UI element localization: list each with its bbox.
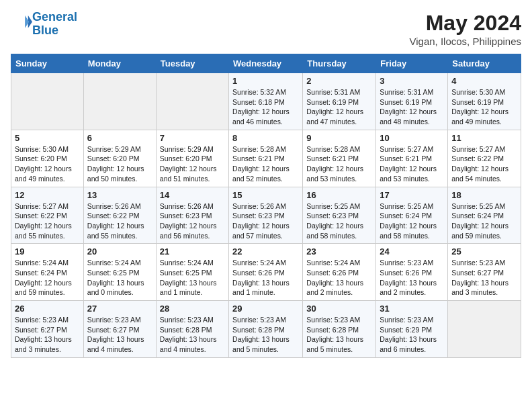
calendar-cell: 31Sunrise: 5:23 AM Sunset: 6:29 PM Dayli… xyxy=(376,301,448,358)
day-number: 19 xyxy=(15,246,80,257)
weekday-header-wednesday: Wednesday xyxy=(229,54,303,73)
day-info: Sunrise: 5:25 AM Sunset: 6:23 PM Dayligh… xyxy=(306,201,372,241)
weekday-header-monday: Monday xyxy=(83,54,156,73)
calendar-week-1: 1Sunrise: 5:32 AM Sunset: 6:18 PM Daylig… xyxy=(11,73,521,130)
day-info: Sunrise: 5:23 AM Sunset: 6:28 PM Dayligh… xyxy=(306,315,372,355)
day-number: 11 xyxy=(451,133,517,143)
calendar-cell: 30Sunrise: 5:23 AM Sunset: 6:28 PM Dayli… xyxy=(303,301,376,358)
calendar-cell xyxy=(83,73,156,130)
weekday-header-thursday: Thursday xyxy=(303,54,376,73)
day-info: Sunrise: 5:26 AM Sunset: 6:22 PM Dayligh… xyxy=(87,201,152,241)
page-header: General Blue May 2024 Vigan, Ilocos, Phi… xyxy=(11,11,521,47)
calendar-cell: 27Sunrise: 5:23 AM Sunset: 6:27 PM Dayli… xyxy=(83,301,156,358)
day-number: 5 xyxy=(15,133,80,143)
day-info: Sunrise: 5:23 AM Sunset: 6:27 PM Dayligh… xyxy=(15,315,80,355)
day-info: Sunrise: 5:28 AM Sunset: 6:21 PM Dayligh… xyxy=(306,144,372,184)
calendar-cell: 12Sunrise: 5:27 AM Sunset: 6:22 PM Dayli… xyxy=(11,187,84,244)
day-info: Sunrise: 5:25 AM Sunset: 6:24 PM Dayligh… xyxy=(451,201,517,241)
day-number: 2 xyxy=(306,76,372,86)
day-info: Sunrise: 5:29 AM Sunset: 6:20 PM Dayligh… xyxy=(87,144,152,184)
calendar-cell: 19Sunrise: 5:24 AM Sunset: 6:24 PM Dayli… xyxy=(11,244,84,301)
day-number: 28 xyxy=(160,304,225,314)
calendar-cell: 13Sunrise: 5:26 AM Sunset: 6:22 PM Dayli… xyxy=(83,187,156,244)
day-info: Sunrise: 5:29 AM Sunset: 6:20 PM Dayligh… xyxy=(160,144,225,184)
calendar-cell: 15Sunrise: 5:26 AM Sunset: 6:23 PM Dayli… xyxy=(229,187,303,244)
calendar-week-3: 12Sunrise: 5:27 AM Sunset: 6:22 PM Dayli… xyxy=(11,187,521,244)
day-info: Sunrise: 5:30 AM Sunset: 6:19 PM Dayligh… xyxy=(451,87,517,127)
calendar-cell: 10Sunrise: 5:27 AM Sunset: 6:21 PM Dayli… xyxy=(376,130,448,187)
day-number: 23 xyxy=(306,246,372,257)
day-info: Sunrise: 5:30 AM Sunset: 6:20 PM Dayligh… xyxy=(15,144,80,184)
day-info: Sunrise: 5:25 AM Sunset: 6:24 PM Dayligh… xyxy=(380,201,444,241)
day-number: 29 xyxy=(232,304,299,314)
day-number: 17 xyxy=(380,190,444,200)
day-number: 1 xyxy=(232,76,299,86)
day-info: Sunrise: 5:27 AM Sunset: 6:22 PM Dayligh… xyxy=(15,201,80,241)
day-number: 18 xyxy=(451,190,517,200)
calendar-subtitle: Vigan, Ilocos, Philippines xyxy=(410,36,522,47)
weekday-header-row: SundayMondayTuesdayWednesdayThursdayFrid… xyxy=(11,54,521,73)
calendar-cell: 22Sunrise: 5:24 AM Sunset: 6:26 PM Dayli… xyxy=(229,244,303,301)
calendar-cell: 4Sunrise: 5:30 AM Sunset: 6:19 PM Daylig… xyxy=(448,73,521,130)
calendar-cell: 28Sunrise: 5:23 AM Sunset: 6:28 PM Dayli… xyxy=(156,301,228,358)
calendar-table: SundayMondayTuesdayWednesdayThursdayFrid… xyxy=(11,54,521,358)
calendar-cell: 29Sunrise: 5:23 AM Sunset: 6:28 PM Dayli… xyxy=(229,301,303,358)
day-number: 31 xyxy=(380,304,444,314)
day-number: 26 xyxy=(15,304,80,314)
day-info: Sunrise: 5:27 AM Sunset: 6:21 PM Dayligh… xyxy=(380,144,444,184)
day-info: Sunrise: 5:23 AM Sunset: 6:28 PM Dayligh… xyxy=(160,315,225,355)
day-info: Sunrise: 5:23 AM Sunset: 6:27 PM Dayligh… xyxy=(451,258,517,298)
calendar-cell: 6Sunrise: 5:29 AM Sunset: 6:20 PM Daylig… xyxy=(83,130,156,187)
calendar-cell: 21Sunrise: 5:24 AM Sunset: 6:25 PM Dayli… xyxy=(156,244,228,301)
day-info: Sunrise: 5:24 AM Sunset: 6:25 PM Dayligh… xyxy=(87,258,152,298)
calendar-cell: 5Sunrise: 5:30 AM Sunset: 6:20 PM Daylig… xyxy=(11,130,84,187)
calendar-cell: 17Sunrise: 5:25 AM Sunset: 6:24 PM Dayli… xyxy=(376,187,448,244)
day-number: 24 xyxy=(380,246,444,257)
calendar-cell: 9Sunrise: 5:28 AM Sunset: 6:21 PM Daylig… xyxy=(303,130,376,187)
calendar-cell: 7Sunrise: 5:29 AM Sunset: 6:20 PM Daylig… xyxy=(156,130,228,187)
calendar-cell xyxy=(156,73,228,130)
weekday-header-saturday: Saturday xyxy=(448,54,521,73)
day-number: 12 xyxy=(15,190,80,200)
day-number: 20 xyxy=(87,246,152,257)
weekday-header-tuesday: Tuesday xyxy=(156,54,228,73)
day-info: Sunrise: 5:24 AM Sunset: 6:26 PM Dayligh… xyxy=(306,258,372,298)
calendar-cell: 14Sunrise: 5:26 AM Sunset: 6:23 PM Dayli… xyxy=(156,187,228,244)
day-info: Sunrise: 5:31 AM Sunset: 6:19 PM Dayligh… xyxy=(306,87,372,127)
day-number: 15 xyxy=(232,190,299,200)
calendar-cell: 24Sunrise: 5:23 AM Sunset: 6:26 PM Dayli… xyxy=(376,244,448,301)
day-number: 27 xyxy=(87,304,152,314)
calendar-cell: 2Sunrise: 5:31 AM Sunset: 6:19 PM Daylig… xyxy=(303,73,376,130)
day-info: Sunrise: 5:23 AM Sunset: 6:29 PM Dayligh… xyxy=(380,315,444,355)
logo: General Blue xyxy=(11,11,77,38)
day-number: 21 xyxy=(160,246,225,257)
calendar-cell: 1Sunrise: 5:32 AM Sunset: 6:18 PM Daylig… xyxy=(229,73,303,130)
day-number: 3 xyxy=(380,76,444,86)
day-number: 13 xyxy=(87,190,152,200)
day-number: 22 xyxy=(232,246,299,257)
day-number: 7 xyxy=(160,133,225,143)
day-info: Sunrise: 5:26 AM Sunset: 6:23 PM Dayligh… xyxy=(232,201,299,241)
day-number: 30 xyxy=(306,304,372,314)
calendar-cell: 23Sunrise: 5:24 AM Sunset: 6:26 PM Dayli… xyxy=(303,244,376,301)
weekday-header-friday: Friday xyxy=(376,54,448,73)
calendar-week-5: 26Sunrise: 5:23 AM Sunset: 6:27 PM Dayli… xyxy=(11,301,521,358)
calendar-cell: 25Sunrise: 5:23 AM Sunset: 6:27 PM Dayli… xyxy=(448,244,521,301)
day-number: 9 xyxy=(306,133,372,143)
calendar-cell: 20Sunrise: 5:24 AM Sunset: 6:25 PM Dayli… xyxy=(83,244,156,301)
day-number: 10 xyxy=(380,133,444,143)
day-info: Sunrise: 5:28 AM Sunset: 6:21 PM Dayligh… xyxy=(232,144,299,184)
day-info: Sunrise: 5:23 AM Sunset: 6:27 PM Dayligh… xyxy=(87,315,152,355)
day-info: Sunrise: 5:24 AM Sunset: 6:24 PM Dayligh… xyxy=(15,258,80,298)
day-info: Sunrise: 5:23 AM Sunset: 6:26 PM Dayligh… xyxy=(380,258,444,298)
day-number: 4 xyxy=(451,76,517,86)
day-number: 14 xyxy=(160,190,225,200)
day-info: Sunrise: 5:23 AM Sunset: 6:28 PM Dayligh… xyxy=(232,315,299,355)
logo-text: General Blue xyxy=(32,11,77,38)
calendar-cell xyxy=(11,73,84,130)
day-number: 6 xyxy=(87,133,152,143)
calendar-week-4: 19Sunrise: 5:24 AM Sunset: 6:24 PM Dayli… xyxy=(11,244,521,301)
day-number: 8 xyxy=(232,133,299,143)
day-number: 25 xyxy=(451,246,517,257)
calendar-cell: 8Sunrise: 5:28 AM Sunset: 6:21 PM Daylig… xyxy=(229,130,303,187)
